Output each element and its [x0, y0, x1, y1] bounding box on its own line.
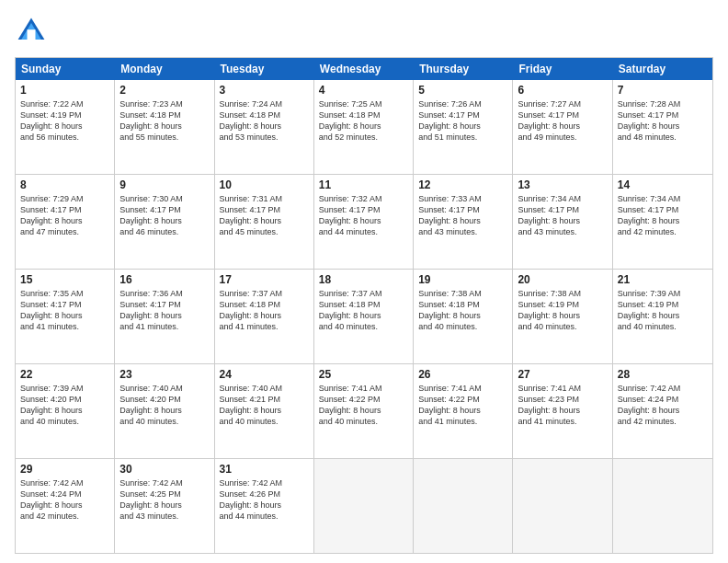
calendar-row-5: 29Sunrise: 7:42 AMSunset: 4:24 PMDayligh… [16, 459, 712, 553]
cell-info: and 41 minutes. [220, 321, 309, 332]
day-number: 29 [20, 463, 109, 476]
calendar-cell: 3Sunrise: 7:24 AMSunset: 4:18 PMDaylight… [215, 80, 314, 174]
cell-info: Daylight: 8 hours [518, 121, 607, 132]
cell-info: Daylight: 8 hours [220, 215, 309, 226]
cell-info: Sunrise: 7:22 AM [20, 98, 109, 109]
cell-info: Sunrise: 7:30 AM [119, 193, 209, 204]
cell-info: and 45 minutes. [220, 226, 309, 237]
day-number: 3 [220, 84, 309, 97]
day-number: 26 [418, 368, 507, 381]
day-number: 1 [20, 84, 109, 97]
cell-info: and 40 minutes. [518, 321, 607, 332]
cell-info: Sunset: 4:22 PM [319, 394, 408, 405]
calendar-cell: 18Sunrise: 7:37 AMSunset: 4:18 PMDayligh… [314, 270, 414, 363]
cell-info: and 41 minutes. [119, 321, 209, 332]
cell-info: Daylight: 8 hours [319, 310, 408, 321]
calendar-cell: 22Sunrise: 7:39 AMSunset: 4:20 PMDayligh… [16, 364, 115, 458]
day-number: 15 [20, 273, 109, 286]
calendar-cell: 20Sunrise: 7:38 AMSunset: 4:19 PMDayligh… [513, 270, 612, 363]
cell-info: and 40 minutes. [418, 321, 507, 332]
cell-info: Sunset: 4:17 PM [618, 204, 708, 215]
cell-info: Daylight: 8 hours [20, 500, 109, 511]
cell-info: Sunset: 4:19 PM [618, 299, 708, 310]
calendar-cell [513, 459, 612, 553]
cell-info: Sunset: 4:17 PM [618, 109, 708, 121]
cell-info: Sunrise: 7:41 AM [418, 383, 507, 394]
svg-rect-2 [28, 29, 36, 40]
header-day-thursday: Thursday [414, 58, 513, 80]
cell-info: Sunset: 4:18 PM [319, 299, 408, 310]
cell-info: Sunset: 4:22 PM [418, 394, 507, 405]
calendar-cell: 27Sunrise: 7:41 AMSunset: 4:23 PMDayligh… [513, 364, 612, 458]
cell-info: Sunset: 4:18 PM [418, 299, 507, 310]
cell-info: Sunrise: 7:31 AM [220, 193, 309, 204]
calendar-row-4: 22Sunrise: 7:39 AMSunset: 4:20 PMDayligh… [16, 364, 712, 459]
calendar-cell: 5Sunrise: 7:26 AMSunset: 4:17 PMDaylight… [414, 80, 513, 174]
day-number: 18 [319, 273, 408, 286]
day-number: 23 [119, 368, 209, 381]
cell-info: Sunset: 4:17 PM [518, 109, 607, 121]
calendar-cell: 15Sunrise: 7:35 AMSunset: 4:17 PMDayligh… [16, 270, 115, 363]
cell-info: and 41 minutes. [20, 321, 109, 332]
cell-info: and 41 minutes. [418, 416, 507, 427]
day-number: 9 [119, 178, 209, 191]
calendar-cell: 10Sunrise: 7:31 AMSunset: 4:17 PMDayligh… [215, 175, 314, 269]
day-number: 12 [418, 178, 507, 191]
cell-info: Sunrise: 7:41 AM [319, 383, 408, 394]
day-number: 22 [20, 368, 109, 381]
cell-info: Sunrise: 7:40 AM [119, 383, 209, 394]
cell-info: Sunrise: 7:40 AM [220, 383, 309, 394]
calendar-cell: 25Sunrise: 7:41 AMSunset: 4:22 PMDayligh… [314, 364, 414, 458]
day-number: 13 [518, 178, 607, 191]
calendar-row-3: 15Sunrise: 7:35 AMSunset: 4:17 PMDayligh… [16, 270, 712, 364]
cell-info: Sunset: 4:17 PM [119, 299, 209, 310]
calendar-cell: 17Sunrise: 7:37 AMSunset: 4:18 PMDayligh… [215, 270, 314, 363]
calendar-cell: 14Sunrise: 7:34 AMSunset: 4:17 PMDayligh… [613, 175, 712, 269]
cell-info: Sunrise: 7:33 AM [418, 193, 507, 204]
cell-info: Daylight: 8 hours [618, 405, 708, 416]
cell-info: and 41 minutes. [518, 416, 607, 427]
cell-info: Sunrise: 7:28 AM [618, 98, 708, 109]
cell-info: Sunset: 4:20 PM [20, 394, 109, 405]
cell-info: Sunrise: 7:27 AM [518, 98, 607, 109]
calendar-cell: 16Sunrise: 7:36 AMSunset: 4:17 PMDayligh… [115, 270, 214, 363]
page: SundayMondayTuesdayWednesdayThursdayFrid… [0, 0, 728, 563]
cell-info: Daylight: 8 hours [119, 121, 209, 132]
cell-info: Sunrise: 7:23 AM [119, 98, 209, 109]
cell-info: Daylight: 8 hours [319, 121, 408, 132]
day-number: 11 [319, 178, 408, 191]
cell-info: Sunrise: 7:29 AM [20, 193, 109, 204]
day-number: 24 [220, 368, 309, 381]
cell-info: and 44 minutes. [220, 511, 309, 522]
cell-info: Daylight: 8 hours [418, 405, 507, 416]
cell-info: Daylight: 8 hours [418, 215, 507, 226]
cell-info: Daylight: 8 hours [20, 121, 109, 132]
cell-info: Daylight: 8 hours [618, 215, 708, 226]
header-day-monday: Monday [115, 58, 214, 80]
cell-info: Sunrise: 7:24 AM [220, 98, 309, 109]
day-number: 14 [618, 178, 708, 191]
cell-info: and 43 minutes. [119, 511, 209, 522]
calendar-body: 1Sunrise: 7:22 AMSunset: 4:19 PMDaylight… [16, 80, 712, 553]
cell-info: and 40 minutes. [618, 321, 708, 332]
cell-info: and 42 minutes. [20, 511, 109, 522]
day-number: 25 [319, 368, 408, 381]
calendar-cell: 12Sunrise: 7:33 AMSunset: 4:17 PMDayligh… [414, 175, 513, 269]
calendar-cell: 2Sunrise: 7:23 AMSunset: 4:18 PMDaylight… [115, 80, 214, 174]
cell-info: Daylight: 8 hours [518, 405, 607, 416]
cell-info: Sunrise: 7:38 AM [418, 288, 507, 299]
cell-info: Sunrise: 7:39 AM [618, 288, 708, 299]
cell-info: Sunset: 4:24 PM [20, 488, 109, 500]
cell-info: Sunset: 4:18 PM [220, 109, 309, 121]
cell-info: and 49 minutes. [518, 132, 607, 143]
day-number: 5 [418, 84, 507, 97]
calendar-cell: 31Sunrise: 7:42 AMSunset: 4:26 PMDayligh… [215, 459, 314, 553]
day-number: 10 [220, 178, 309, 191]
cell-info: and 40 minutes. [20, 416, 109, 427]
calendar-cell: 24Sunrise: 7:40 AMSunset: 4:21 PMDayligh… [215, 364, 314, 458]
cell-info: Sunrise: 7:37 AM [319, 288, 408, 299]
cell-info: Sunset: 4:17 PM [418, 109, 507, 121]
cell-info: Sunset: 4:19 PM [518, 299, 607, 310]
cell-info: Daylight: 8 hours [20, 215, 109, 226]
cell-info: and 44 minutes. [319, 226, 408, 237]
